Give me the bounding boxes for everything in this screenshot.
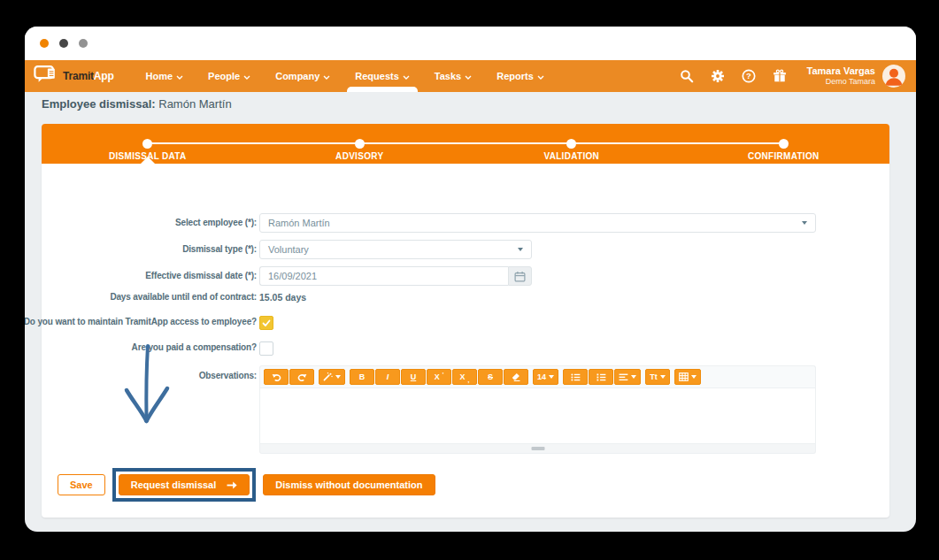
undo-button[interactable] [264,369,289,385]
calendar-button[interactable] [508,266,532,286]
step-dot [779,139,789,149]
ordered-list-button[interactable] [589,369,613,385]
search-icon[interactable] [680,69,694,83]
dismissal-type-select[interactable]: Voluntary [259,240,532,259]
underline-button[interactable]: U [401,369,426,385]
redo-button[interactable] [289,369,314,385]
chevron-down-icon [465,71,472,81]
gift-icon[interactable] [773,69,787,83]
window-titlebar [25,27,916,60]
dismiss-without-documentation-button[interactable]: Dismiss without documentation [263,474,435,495]
step-confirmation[interactable]: CONFIRMATION [678,124,890,164]
nav-right: ? Tamara Vargas Demo Tamara [680,65,905,88]
checkmark-icon [262,319,271,327]
step-dot [142,139,152,149]
bold-button[interactable]: B [350,369,374,385]
nav-item-home[interactable]: Home [138,60,192,92]
help-icon[interactable]: ? [742,69,756,83]
step-validation[interactable]: VALIDATION [466,124,678,164]
unordered-list-button[interactable] [563,369,588,385]
gear-icon[interactable] [711,69,725,83]
scrollbar-handle[interactable] [531,447,544,450]
step-dot [566,139,576,149]
chevron-down-icon [549,375,554,379]
chevron-down-icon [518,248,523,251]
days-available-label: Days available until end of contract: [110,290,257,304]
annotation-highlight-box: Request dismissal [112,468,257,502]
observations-label: Observations: [199,365,257,387]
dismissal-type-label: Dismissal type (*): [182,240,257,259]
chevron-down-icon [691,375,697,379]
observations-editor: B I U X' X, S 14 [259,365,816,454]
app-window: TramitApp Home People Company Requests T… [25,27,916,532]
nav-item-people[interactable]: People [200,60,258,92]
chevron-down-icon [802,221,807,225]
chevron-down-icon [660,375,666,379]
undo-icon [272,373,281,381]
user-menu[interactable]: Tamara Vargas Demo Tamara [807,65,905,88]
paragraph-align-button[interactable] [614,369,641,385]
user-name: Tamara Vargas [807,65,875,77]
save-button[interactable]: Save [58,474,105,495]
main-navbar: TramitApp Home People Company Requests T… [25,60,916,92]
effective-date-input[interactable]: 16/09/2021 [259,266,508,286]
nav-item-tasks[interactable]: Tasks [427,60,480,92]
maintain-access-label: Do you want to maintain TramitApp access… [25,314,257,330]
dismissal-form-card: DISMISSAL DATA ADVISORY VALIDATION CONFI… [42,124,889,518]
page-title: Employee dismissal: Ramón Martín [42,97,232,111]
superscript-button[interactable]: X' [427,369,451,385]
font-size-button[interactable]: 14 [533,369,558,385]
window-dot-maximize[interactable] [79,39,88,48]
strikethrough-button[interactable]: S [478,369,503,385]
wizard-stepper: DISMISSAL DATA ADVISORY VALIDATION CONFI… [42,124,889,164]
select-employee-label: Select employee (*): [175,213,257,233]
chevron-down-icon [243,71,250,81]
chevron-down-icon [631,375,636,379]
step-dot [355,139,365,149]
text-style-button[interactable]: Tt [645,369,670,385]
svg-text:?: ? [746,71,751,81]
days-available-value: 15.05 days [259,290,306,304]
observations-textarea[interactable] [259,387,816,444]
request-dismissal-button[interactable]: Request dismissal [119,474,250,495]
form-actions: Save Request dismissal Dismiss without d… [58,468,435,502]
magic-wand-icon [323,372,333,381]
editor-toolbar: B I U X' X, S 14 [259,365,816,387]
nav-item-reports[interactable]: Reports [489,60,552,92]
effective-date-label: Effective dismissal date (*): [145,266,257,286]
employee-select[interactable]: Ramón Martín [259,213,816,233]
user-subtitle: Demo Tamara [807,77,875,87]
chevron-down-icon [176,71,183,81]
step-advisory[interactable]: ADVISORY [254,124,466,164]
nav-item-requests[interactable]: Requests [347,60,418,92]
user-avatar[interactable] [882,65,905,88]
numbered-list-icon [596,373,606,381]
compensation-label: Are you paid a compensation? [132,340,257,356]
italic-button[interactable]: I [375,369,400,385]
annotation-arrow-down [116,343,178,435]
calendar-icon [514,271,526,282]
nav-item-company[interactable]: Company [267,60,338,92]
compensation-checkbox[interactable] [259,341,273,356]
align-left-icon [619,373,628,381]
window-dot-minimize[interactable] [59,39,68,48]
insert-table-button[interactable] [674,369,701,385]
editor-scrollbar [259,444,816,454]
subscript-button[interactable]: X, [452,369,477,385]
brand-logo[interactable]: TramitApp [34,65,114,88]
table-icon [679,372,689,381]
speech-bubble-logo-icon [34,65,58,88]
eraser-icon [512,372,520,381]
window-dot-close[interactable] [40,39,49,48]
magic-style-button[interactable] [319,369,345,385]
active-step-notch [141,157,155,164]
brand-name: TramitApp [63,70,114,82]
redo-icon [297,373,307,381]
chevron-down-icon [403,71,410,81]
chevron-down-icon [537,71,544,81]
clear-format-button[interactable] [504,369,528,385]
arrow-right-icon [227,481,237,489]
maintain-access-checkbox[interactable] [259,316,273,330]
nav-menu: Home People Company Requests Tasks Repor… [134,60,557,92]
chevron-down-icon [335,375,341,379]
